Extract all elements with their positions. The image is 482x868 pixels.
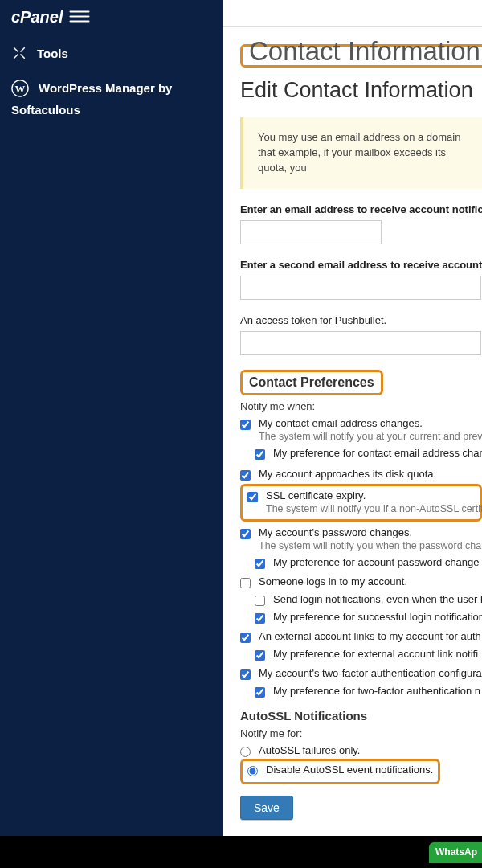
topbar [223, 0, 482, 27]
chk-twofa[interactable] [240, 669, 251, 680]
chk-pw-change-desc: The system will notify you when the pass… [259, 540, 482, 551]
sidebar-item-label-2: Softaculous [11, 99, 211, 121]
save-button[interactable]: Save [240, 796, 293, 820]
main-content: Contact Information Edit Contact Informa… [223, 0, 482, 836]
chk-login-pref-label: My preference for successful login notif… [273, 611, 482, 623]
chk-disk-quota-label: My account approaches its disk quota. [259, 468, 436, 480]
email1-input[interactable] [240, 220, 382, 244]
page-title-highlight: Contact Information [240, 44, 482, 68]
chk-ssl-expiry[interactable] [247, 492, 258, 502]
cpanel-logo[interactable]: cPanel [0, 0, 223, 37]
chk-disk-quota[interactable] [240, 470, 251, 481]
info-alert: You may use an email address on a domain… [240, 117, 482, 189]
email1-label: Enter an email address to receive accoun… [240, 203, 482, 215]
radio-autossl-fail-label: AutoSSL failures only. [259, 744, 360, 756]
sidebar-item-label: Tools [37, 47, 68, 60]
svg-text:W: W [15, 83, 26, 94]
notify-intro: Notify me when: [240, 400, 482, 412]
chk-pw-change-label: My account's password changes. [259, 526, 482, 538]
chk-ext-link[interactable] [240, 633, 251, 643]
svg-rect-1 [70, 11, 90, 13]
sidebar-item-tools[interactable]: Tools [0, 37, 223, 69]
chk-twofa-label: My account's two-factor authentication c… [259, 667, 482, 679]
page-title: Contact Information [249, 36, 480, 67]
pushbullet-input[interactable] [240, 331, 481, 355]
chk-login-send-label: Send login notifications, even when the … [273, 593, 482, 605]
svg-rect-3 [70, 21, 90, 23]
wordpress-icon: W [11, 80, 29, 97]
chk-pw-pref[interactable] [255, 559, 265, 569]
radio-autossl-fail[interactable] [240, 747, 251, 757]
chk-login-label: Someone logs in to my account. [259, 575, 407, 588]
chk-ssl-expiry-label: SSL certificate expiry. [266, 489, 482, 502]
chk-contact-pref-label: My preference for contact email address … [273, 447, 482, 459]
cpanel-logo-icon: cPanel [11, 6, 92, 27]
chk-contact-change-desc: The system will notify you at your curre… [259, 431, 482, 442]
chk-ext-link-pref[interactable] [255, 650, 265, 661]
sidebar-item-wordpress[interactable]: W WordPress Manager by Softaculous [0, 69, 223, 129]
chk-login-send[interactable] [255, 596, 265, 606]
chk-contact-change-label: My contact email address changes. [259, 417, 482, 429]
chk-ext-link-pref-label: My preference for external account link … [273, 648, 478, 660]
email2-label: Enter a second email address to receive … [240, 259, 482, 271]
pushbullet-label: An access token for Pushbullet. [240, 314, 482, 326]
chk-twofa-pref-label: My preference for two-factor authenticat… [273, 685, 480, 697]
chk-twofa-pref[interactable] [255, 687, 265, 698]
chk-pw-pref-label: My preference for account password chang… [273, 556, 482, 568]
autossl-intro: Notify me for: [240, 727, 482, 739]
svg-text:cPanel: cPanel [11, 8, 63, 26]
sidebar-item-label: WordPress Manager by [39, 77, 172, 99]
chk-ssl-expiry-desc: The system will notify you if a non-Auto… [266, 503, 482, 514]
ssl-expiry-highlight: SSL certificate expiry. The system will … [240, 484, 482, 522]
radio-autossl-disable[interactable] [247, 766, 258, 776]
radio-autossl-disable-label: Disable AutoSSL event notifications. [266, 764, 433, 776]
chk-pw-change[interactable] [240, 529, 251, 539]
contact-preferences-heading: Contact Preferences [240, 370, 383, 395]
bottom-bar [0, 836, 482, 868]
chk-contact-change[interactable] [240, 420, 251, 430]
autossl-disable-highlight: Disable AutoSSL event notifications. [240, 759, 440, 784]
chk-login[interactable] [240, 578, 251, 588]
sidebar: cPanel Tools W WordPress Manager by Soft… [0, 0, 223, 836]
whatsapp-badge[interactable]: WhatsAp [429, 842, 482, 863]
chk-contact-pref[interactable] [255, 449, 265, 460]
email2-input[interactable] [240, 276, 481, 300]
autossl-heading: AutoSSL Notifications [240, 709, 482, 723]
svg-rect-2 [70, 16, 90, 18]
chk-ext-link-label: An external account links to my account … [259, 630, 481, 642]
page-subtitle: Edit Contact Information [240, 78, 482, 103]
chk-login-pref[interactable] [255, 613, 265, 624]
tools-icon [11, 45, 27, 61]
